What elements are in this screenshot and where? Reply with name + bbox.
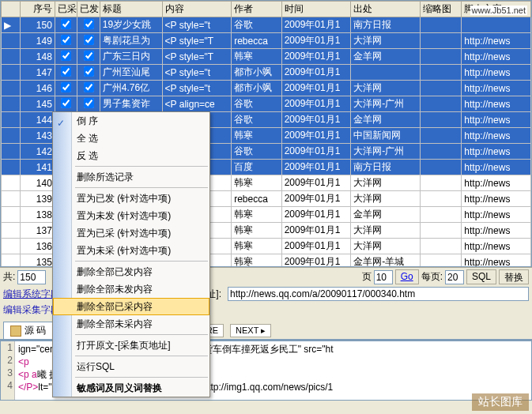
th-idx[interactable]: [2, 2, 21, 17]
th-content[interactable]: 内容: [162, 2, 232, 17]
cai-checkbox[interactable]: [61, 82, 71, 92]
cell-fa[interactable]: [77, 49, 100, 65]
menu-item[interactable]: 删除全部已发内容: [53, 263, 209, 280]
th-cai[interactable]: 已采: [55, 2, 77, 17]
cell-seq: 144: [21, 112, 55, 128]
addr-input[interactable]: [228, 287, 529, 301]
table-row[interactable]: 148广东三日内<P style="T韩寒2009年01月1金羊网http://…: [2, 49, 531, 65]
sql-button[interactable]: SQL: [466, 269, 496, 284]
menu-item[interactable]: 倒 序: [53, 112, 209, 130]
menu-item[interactable]: 置为已发 (针对选中项): [53, 190, 209, 207]
menu-item-label: 全 选: [77, 133, 98, 144]
menu-item[interactable]: 运行SQL: [53, 358, 209, 375]
fa-checkbox[interactable]: [84, 35, 94, 45]
table-row[interactable]: 149粤剧花旦为<P style="Trebecca2009年01月1大洋网ht…: [2, 33, 531, 49]
cell-thumb: [420, 33, 462, 49]
next-button[interactable]: NEXT ▸: [230, 324, 271, 337]
fa-checkbox[interactable]: [84, 51, 94, 61]
go-button[interactable]: Go: [395, 269, 419, 284]
cell-thumb: [420, 207, 462, 223]
cell-cai[interactable]: [55, 96, 77, 112]
cell-cai[interactable]: [55, 49, 77, 65]
cell-idx: [2, 160, 21, 175]
cell-fa[interactable]: [77, 81, 100, 96]
cell-author: 都市小飒: [232, 81, 281, 96]
cell-author: 韩寒: [232, 207, 281, 223]
cell-url: http://news: [462, 33, 531, 49]
cell-fa[interactable]: [77, 96, 100, 112]
cai-checkbox[interactable]: [61, 66, 71, 77]
cell-fa[interactable]: [77, 65, 100, 81]
menu-item[interactable]: 置为未发 (针对选中项): [53, 207, 209, 224]
table-row[interactable]: 145男子集资诈<P align=ce谷歌2009年01月1大洋网-广州http…: [2, 96, 531, 112]
cell-time: 2009年01月1: [281, 49, 351, 65]
perpage-input[interactable]: [445, 270, 464, 284]
menu-item[interactable]: 全 选: [53, 130, 209, 147]
th-thumb[interactable]: 缩略图: [420, 2, 462, 17]
cell-fa[interactable]: [77, 17, 100, 33]
cell-author: 谷歌: [232, 112, 281, 128]
fa-checkbox[interactable]: [84, 66, 94, 77]
page-input[interactable]: [374, 270, 393, 284]
th-source[interactable]: 出处: [351, 2, 421, 17]
cai-checkbox[interactable]: [61, 51, 71, 61]
fa-checkbox[interactable]: [84, 82, 94, 92]
menu-item[interactable]: 敏感词及同义词替换: [53, 379, 209, 397]
cell-time: 2009年01月1: [281, 96, 351, 112]
cell-content: <P style="t: [162, 81, 232, 96]
th-title[interactable]: 标题: [100, 2, 162, 17]
cell-time: 2009年01月1: [281, 128, 351, 144]
menu-item[interactable]: 置为未采 (针对选中项): [53, 242, 209, 259]
cai-checkbox[interactable]: [61, 98, 71, 108]
cell-thumb: [420, 223, 462, 239]
cell-url: http://news: [462, 175, 531, 191]
menu-item[interactable]: 置为已采 (针对选中项): [53, 224, 209, 242]
cell-seq: 141: [21, 160, 55, 175]
line-number: 2: [1, 354, 13, 367]
fa-checkbox[interactable]: [84, 19, 94, 29]
th-time[interactable]: 时间: [281, 2, 351, 17]
fa-checkbox[interactable]: [84, 98, 94, 108]
menu-item[interactable]: 打开原文-[采集页地址]: [53, 337, 209, 354]
table-row[interactable]: ▶15019岁少女跳<P style="t谷歌2009年01月1南方日报: [2, 17, 531, 33]
menu-item-label: 置为已采 (针对选中项): [77, 228, 171, 239]
th-seq[interactable]: 序号: [21, 2, 55, 17]
cell-seq: 140: [21, 175, 55, 191]
cell-fa[interactable]: [77, 33, 100, 49]
menu-item[interactable]: 删除全部未采内容: [53, 315, 209, 333]
cell-author: 韩寒: [232, 239, 281, 254]
cell-title: 广东三日内: [100, 49, 162, 65]
cell-cai[interactable]: [55, 81, 77, 96]
replace-button[interactable]: 替换: [499, 269, 529, 284]
tab-source[interactable]: 源 码: [3, 322, 53, 339]
th-author[interactable]: 作者: [232, 2, 281, 17]
cai-checkbox[interactable]: [61, 35, 71, 45]
cell-url: http://news: [462, 191, 531, 207]
cai-checkbox[interactable]: [61, 19, 71, 29]
cell-time: 2009年01月1: [281, 81, 351, 96]
cell-source: 南方日报: [351, 160, 421, 175]
cell-author: 韩寒: [232, 128, 281, 144]
cell-cai[interactable]: [55, 17, 77, 33]
th-fa[interactable]: 已发: [77, 2, 100, 17]
cell-title: 广州至汕尾: [100, 65, 162, 81]
total-input[interactable]: [17, 270, 46, 284]
menu-item[interactable]: 删除全部未发内容: [53, 280, 209, 298]
menu-item[interactable]: 删除全部已采内容: [53, 298, 209, 315]
cell-idx: [2, 49, 21, 65]
cell-time: 2009年01月1: [281, 175, 351, 191]
cell-source: 南方日报: [351, 17, 421, 33]
cell-idx: [2, 96, 21, 112]
menu-item[interactable]: 反 选: [53, 147, 209, 164]
cell-cai[interactable]: [55, 33, 77, 49]
cell-seq: 145: [21, 96, 55, 112]
cell-content: <P style="T: [162, 33, 232, 49]
context-menu[interactable]: 倒 序全 选反 选删除所选记录置为已发 (针对选中项)置为未发 (针对选中项)置…: [52, 111, 210, 397]
page-label: 页: [362, 270, 372, 284]
cell-idx: [2, 128, 21, 144]
cell-source: 大洋网-广州: [351, 96, 421, 112]
table-row[interactable]: 147广州至汕尾<P style="t都市小飒2009年01月1http://n…: [2, 65, 531, 81]
cell-cai[interactable]: [55, 65, 77, 81]
menu-item[interactable]: 删除所选记录: [53, 168, 209, 186]
table-row[interactable]: 146广州4.76亿<P style="t都市小飒2009年01月1大洋网htt…: [2, 81, 531, 96]
